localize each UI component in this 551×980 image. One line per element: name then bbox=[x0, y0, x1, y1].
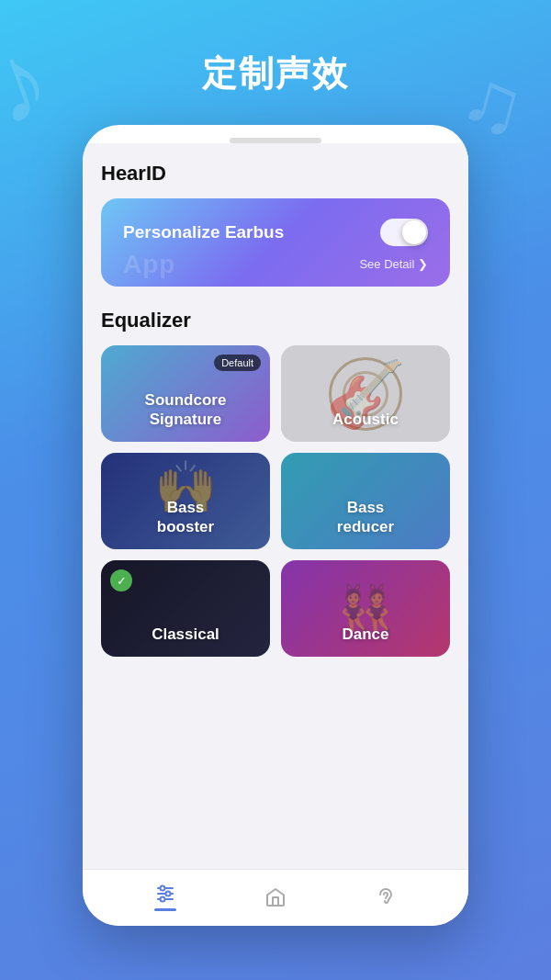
hearid-section-title: HearID bbox=[101, 162, 450, 186]
equalizer-section: Equalizer Default Soundcore Signature bbox=[101, 309, 450, 657]
eq-card-acoustic[interactable]: 🎸 Acoustic bbox=[281, 345, 450, 442]
eq-label-soundcore: Soundcore Signature bbox=[145, 391, 227, 429]
svg-point-5 bbox=[161, 897, 165, 902]
personalize-label: Personalize Earbus bbox=[123, 222, 284, 242]
svg-point-3 bbox=[161, 886, 165, 891]
eq-card-bass-booster[interactable]: 🙌 Bass booster bbox=[101, 453, 270, 549]
ear-icon bbox=[375, 886, 397, 908]
equalizer-grid: Default Soundcore Signature 🎸 Acoustic bbox=[101, 345, 450, 657]
phone-content: HearID Personalize Earbus See Detail App… bbox=[83, 143, 468, 869]
page-title: 定制声效 bbox=[0, 0, 551, 125]
eq-card-soundcore-signature[interactable]: Default Soundcore Signature bbox=[101, 345, 270, 442]
eq-card-classical[interactable]: ✓ Classical bbox=[101, 560, 270, 657]
bottom-navigation bbox=[83, 869, 468, 926]
nav-item-equalizer[interactable] bbox=[154, 883, 176, 911]
eq-label-bass-reducer: Bass reducer bbox=[337, 499, 394, 536]
eq-label-classical: Classical bbox=[152, 625, 219, 644]
toggle-knob bbox=[402, 220, 426, 244]
eq-label-dance: Dance bbox=[342, 625, 388, 644]
eq-label-bass-booster: Bass booster bbox=[157, 499, 214, 536]
personalize-toggle[interactable] bbox=[380, 219, 428, 246]
phone-mockup: HearID Personalize Earbus See Detail App… bbox=[83, 125, 468, 926]
home-icon bbox=[264, 886, 287, 908]
eq-card-bass-reducer[interactable]: Bass reducer bbox=[281, 453, 450, 549]
default-badge: Default bbox=[214, 355, 261, 371]
see-detail-link[interactable]: See Detail bbox=[359, 257, 428, 271]
eq-label-acoustic: Acoustic bbox=[332, 411, 399, 429]
equalizer-section-title: Equalizer bbox=[101, 309, 450, 332]
svg-point-4 bbox=[166, 892, 171, 896]
eq-card-dance[interactable]: 👯 Dance bbox=[281, 560, 450, 657]
hearid-card[interactable]: Personalize Earbus See Detail App bbox=[101, 198, 450, 287]
nav-item-home[interactable] bbox=[264, 886, 287, 908]
nav-item-ear[interactable] bbox=[375, 886, 397, 908]
sliders-icon bbox=[154, 883, 176, 905]
nav-active-indicator bbox=[154, 908, 176, 911]
card-watermark: App bbox=[123, 250, 175, 279]
check-badge: ✓ bbox=[110, 569, 132, 591]
